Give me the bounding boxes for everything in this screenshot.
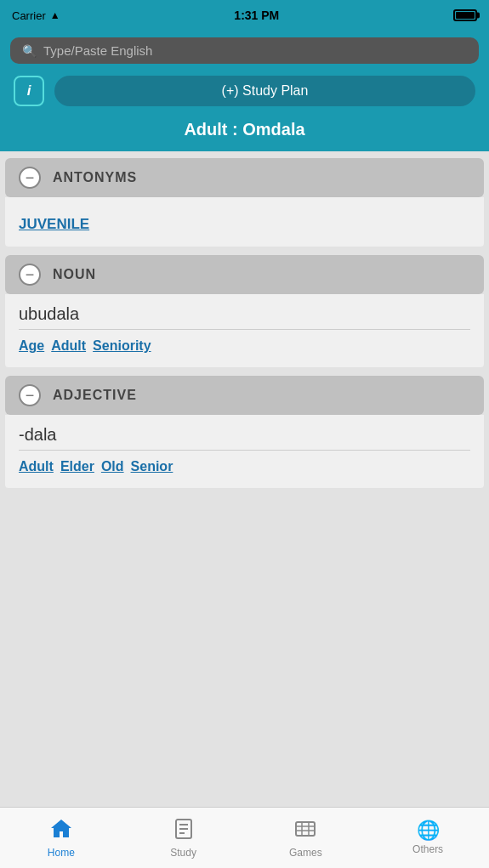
others-icon: 🌐 bbox=[417, 821, 440, 840]
tab-home-label: Home bbox=[48, 847, 75, 859]
noun-translation: ubudala bbox=[19, 304, 470, 330]
tab-games-label: Games bbox=[289, 847, 322, 859]
synonym-elder[interactable]: Elder bbox=[60, 459, 94, 474]
wifi-icon: ▲ bbox=[50, 9, 60, 21]
search-bar: 🔍 Type/Paste English bbox=[0, 31, 489, 71]
synonym-seniority[interactable]: Seniority bbox=[93, 338, 151, 354]
synonym-age[interactable]: Age bbox=[19, 338, 44, 354]
adjective-translation: -dala bbox=[19, 425, 470, 451]
noun-title: NOUN bbox=[53, 267, 96, 282]
antonyms-content: JUVENILE bbox=[5, 197, 484, 247]
tab-home[interactable]: Home bbox=[0, 808, 122, 868]
adjective-section: − ADJECTIVE -dala Adult Elder Old Senior bbox=[0, 376, 489, 488]
tab-study-label: Study bbox=[170, 847, 196, 859]
synonym-senior[interactable]: Senior bbox=[131, 459, 173, 474]
games-icon bbox=[294, 818, 316, 843]
antonym-juvenile[interactable]: JUVENILE bbox=[19, 216, 89, 233]
study-plan-button[interactable]: (+) Study Plan bbox=[54, 76, 475, 106]
header-controls: i (+) Study Plan bbox=[0, 71, 489, 115]
time-label: 1:31 PM bbox=[234, 9, 279, 22]
search-placeholder: Type/Paste English bbox=[43, 43, 467, 58]
synonym-adult-adj[interactable]: Adult bbox=[19, 459, 54, 474]
noun-section: − NOUN ubudala Age Adult Seniority bbox=[0, 255, 489, 367]
word-title: Adult : Omdala bbox=[0, 115, 489, 151]
noun-collapse-button[interactable]: − bbox=[19, 264, 41, 286]
noun-synonyms-row: Age Adult Seniority bbox=[19, 338, 470, 354]
synonym-adult[interactable]: Adult bbox=[51, 338, 86, 354]
info-button[interactable]: i bbox=[14, 76, 44, 106]
carrier-text: Carrier ▲ bbox=[12, 9, 60, 22]
noun-content: ubudala Age Adult Seniority bbox=[5, 294, 484, 367]
home-icon bbox=[49, 818, 73, 843]
adjective-content: -dala Adult Elder Old Senior bbox=[5, 415, 484, 488]
tab-others-label: Others bbox=[412, 843, 443, 855]
antonyms-collapse-button[interactable]: − bbox=[19, 167, 41, 189]
tab-others[interactable]: 🌐 Others bbox=[367, 808, 489, 868]
carrier-label: Carrier bbox=[12, 9, 46, 22]
tab-games[interactable]: Games bbox=[245, 808, 367, 868]
search-wrapper[interactable]: 🔍 Type/Paste English bbox=[10, 37, 479, 64]
adjective-header: − ADJECTIVE bbox=[5, 376, 484, 415]
tab-study[interactable]: Study bbox=[122, 808, 245, 868]
tab-bar: Home Study Games 🌐 Others bbox=[0, 807, 489, 868]
antonyms-section: − ANTONYMS JUVENILE bbox=[0, 158, 489, 247]
noun-header: − NOUN bbox=[5, 255, 484, 294]
adjective-collapse-button[interactable]: − bbox=[19, 384, 41, 406]
adjective-synonyms-row: Adult Elder Old Senior bbox=[19, 459, 470, 474]
status-bar: Carrier ▲ 1:31 PM bbox=[0, 0, 489, 31]
info-label: i bbox=[27, 82, 31, 99]
battery-icon bbox=[453, 9, 477, 21]
search-icon: 🔍 bbox=[22, 44, 37, 58]
study-icon bbox=[173, 818, 195, 843]
main-content: − ANTONYMS JUVENILE − NOUN ubudala Age A… bbox=[0, 151, 489, 807]
antonyms-header: − ANTONYMS bbox=[5, 158, 484, 197]
adjective-title: ADJECTIVE bbox=[53, 388, 137, 403]
antonyms-row: JUVENILE bbox=[19, 216, 470, 233]
antonyms-title: ANTONYMS bbox=[53, 170, 137, 185]
svg-rect-4 bbox=[296, 822, 315, 836]
synonym-old[interactable]: Old bbox=[101, 459, 124, 474]
